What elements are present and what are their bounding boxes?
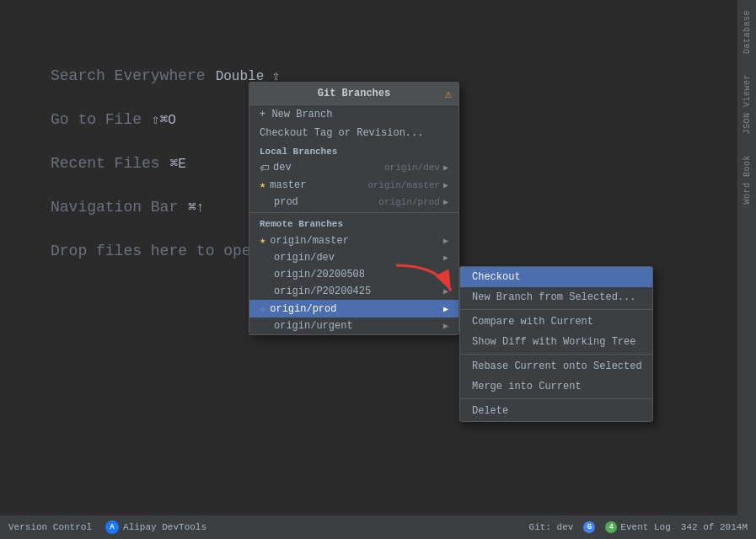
git-branch-status[interactable]: Git: dev bbox=[529, 522, 574, 532]
tag-icon: 🏷 bbox=[260, 163, 269, 173]
chevron-right-icon-8: ▶ bbox=[443, 304, 448, 314]
version-control-label[interactable]: Version Control bbox=[8, 522, 92, 532]
bottom-bar: Version Control A Alipay DevTools Git: d… bbox=[0, 515, 756, 539]
branch-origin-urgent-label: origin/urgent bbox=[274, 320, 353, 332]
submenu-new-branch-from-selected[interactable]: New Branch from Selected... bbox=[460, 287, 652, 307]
submenu: Checkout New Branch from Selected... Com… bbox=[459, 266, 653, 422]
chevron-right-icon-6: ▶ bbox=[443, 270, 448, 280]
branch-prod-remote: origin/prod bbox=[378, 197, 440, 207]
panel-header: Git Branches ⚠ bbox=[249, 83, 458, 105]
local-branches-section: Local Branches bbox=[249, 142, 458, 159]
submenu-rebase-label: Rebase Current onto Selected bbox=[472, 360, 642, 372]
warning-icon: ⚠ bbox=[445, 87, 452, 101]
submenu-divider-1 bbox=[460, 309, 652, 310]
submenu-new-branch-label: New Branch from Selected... bbox=[472, 291, 635, 303]
branch-prod-label: prod bbox=[274, 196, 298, 208]
chevron-right-icon-2: ▶ bbox=[443, 180, 448, 190]
alipay-group: A Alipay DevTools bbox=[105, 520, 206, 534]
branch-origin-master[interactable]: ★ origin/master ▶ bbox=[249, 232, 458, 249]
branch-origin-P20200425[interactable]: origin/P20200425 ▶ bbox=[249, 283, 458, 300]
branch-master-remote: origin/master bbox=[367, 180, 440, 190]
recent-files-label: Recent Files bbox=[51, 155, 160, 172]
branch-master[interactable]: ★ master origin/master ▶ bbox=[249, 176, 458, 194]
submenu-show-diff-label: Show Diff with Working Tree bbox=[472, 336, 635, 348]
sidebar-tab-database[interactable]: Database bbox=[740, 0, 754, 64]
git-branches-panel: Git Branches ⚠ + New Branch Checkout Tag… bbox=[249, 82, 459, 335]
star-icon-2: ★ bbox=[260, 234, 265, 247]
submenu-delete[interactable]: Delete bbox=[460, 401, 652, 421]
submenu-checkout-label: Checkout bbox=[472, 271, 521, 283]
branch-dev-remote: origin/dev bbox=[384, 163, 440, 173]
branch-origin-urgent[interactable]: origin/urgent ▶ bbox=[249, 318, 458, 334]
navigation-bar-shortcut: ⌘↑ bbox=[188, 199, 204, 216]
separator-1 bbox=[249, 212, 458, 213]
google-icon: G bbox=[583, 521, 595, 533]
chevron-right-icon-4: ▶ bbox=[443, 236, 448, 246]
recent-files-shortcut: ⌘E bbox=[170, 155, 186, 172]
navigation-bar-label: Navigation Bar bbox=[51, 199, 178, 216]
star-outline-icon: ☆ bbox=[260, 302, 265, 315]
new-branch-button[interactable]: + New Branch bbox=[249, 105, 458, 124]
branch-dev-label: dev bbox=[273, 162, 292, 173]
submenu-rebase[interactable]: Rebase Current onto Selected bbox=[460, 356, 652, 376]
branch-origin-20200508[interactable]: origin/20200508 ▶ bbox=[249, 266, 458, 283]
branch-origin-prod[interactable]: ☆ origin/prod ▶ bbox=[249, 300, 458, 318]
branch-origin-20200508-label: origin/20200508 bbox=[274, 269, 365, 280]
new-branch-label: + New Branch bbox=[260, 109, 332, 120]
chevron-right-icon-5: ▶ bbox=[443, 253, 448, 263]
star-icon: ★ bbox=[260, 179, 265, 191]
submenu-merge-label: Merge into Current bbox=[472, 381, 582, 392]
submenu-delete-label: Delete bbox=[472, 405, 508, 417]
submenu-show-diff[interactable]: Show Diff with Working Tree bbox=[460, 332, 652, 352]
chevron-right-icon: ▶ bbox=[443, 163, 448, 173]
sidebar-tab-word-book[interactable]: Word Book bbox=[740, 145, 754, 215]
go-to-file-label: Go to File bbox=[51, 111, 142, 128]
branch-origin-master-label: origin/master bbox=[270, 235, 349, 247]
submenu-merge[interactable]: Merge into Current bbox=[460, 376, 652, 397]
search-everywhere-label: Search Everywhere bbox=[51, 67, 206, 84]
branch-origin-P20200425-label: origin/P20200425 bbox=[274, 286, 371, 297]
branch-origin-prod-label: origin/prod bbox=[270, 303, 336, 315]
checkout-tag-button[interactable]: Checkout Tag or Revision... bbox=[249, 124, 458, 142]
drop-files-label: Drop files here to open bbox=[51, 243, 260, 259]
submenu-divider-3 bbox=[460, 398, 652, 399]
branch-prod[interactable]: prod origin/prod ▶ bbox=[249, 194, 458, 211]
submenu-compare-with-current[interactable]: Compare with Current bbox=[460, 312, 652, 332]
chevron-right-icon-9: ▶ bbox=[443, 321, 448, 331]
line-col-label: 342 of 2014M bbox=[681, 522, 748, 532]
alipay-label[interactable]: Alipay DevTools bbox=[123, 522, 206, 532]
alipay-icon: A bbox=[105, 520, 119, 534]
remote-branches-section: Remote Branches bbox=[249, 215, 458, 232]
chevron-right-icon-7: ▶ bbox=[443, 286, 448, 296]
branch-master-label: master bbox=[270, 179, 306, 191]
event-log-badge: 4 bbox=[605, 521, 617, 533]
panel-title: Git Branches bbox=[318, 88, 390, 99]
go-to-file-shortcut: ⇧⌘O bbox=[152, 111, 176, 128]
branch-dev[interactable]: 🏷 dev origin/dev ▶ bbox=[249, 159, 458, 176]
bottom-left: Version Control A Alipay DevTools bbox=[8, 520, 206, 534]
event-log-label[interactable]: Event Log bbox=[620, 522, 670, 532]
checkout-tag-label: Checkout Tag or Revision... bbox=[260, 127, 423, 139]
chevron-right-icon-3: ▶ bbox=[443, 197, 448, 207]
right-sidebar: Database JSON Viewer Word Book bbox=[737, 0, 756, 539]
sidebar-tab-json-viewer[interactable]: JSON Viewer bbox=[740, 64, 754, 145]
submenu-checkout[interactable]: Checkout bbox=[460, 267, 652, 287]
event-log-group: 4 Event Log bbox=[605, 521, 670, 533]
bottom-right: Git: dev G 4 Event Log 342 of 2014M bbox=[529, 521, 748, 533]
branch-origin-dev-label: origin/dev bbox=[274, 252, 335, 264]
branch-origin-dev[interactable]: origin/dev ▶ bbox=[249, 249, 458, 266]
submenu-divider-2 bbox=[460, 354, 652, 355]
submenu-compare-label: Compare with Current bbox=[472, 316, 593, 328]
